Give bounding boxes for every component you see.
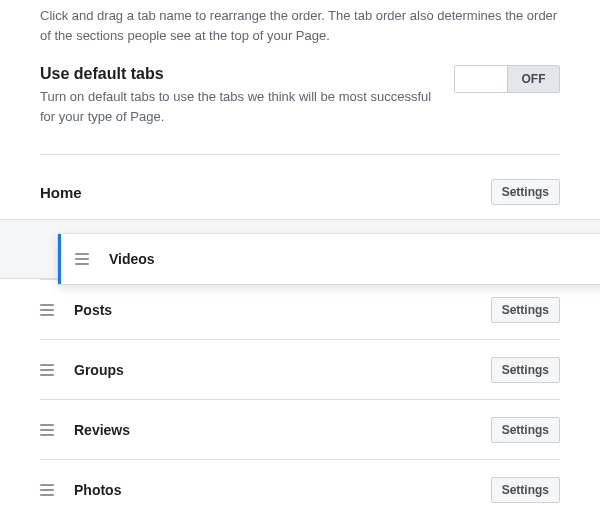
tab-list: Posts Settings Groups Settings Reviews S… bbox=[40, 279, 560, 505]
tab-row-posts[interactable]: Posts Settings bbox=[40, 280, 560, 340]
home-label: Home bbox=[40, 184, 82, 201]
intro-text: Click and drag a tab name to rearrange t… bbox=[40, 0, 560, 65]
toggle-off-side: OFF bbox=[507, 66, 559, 92]
tab-settings-button[interactable]: Settings bbox=[491, 477, 560, 503]
drag-handle-icon[interactable] bbox=[40, 364, 54, 376]
tab-settings-button[interactable]: Settings bbox=[491, 297, 560, 323]
tab-label: Photos bbox=[74, 482, 471, 498]
tab-row-reviews[interactable]: Reviews Settings bbox=[40, 400, 560, 460]
home-settings-button[interactable]: Settings bbox=[491, 179, 560, 205]
drag-handle-icon[interactable] bbox=[40, 304, 54, 316]
tab-label: Groups bbox=[74, 362, 471, 378]
tab-row-groups[interactable]: Groups Settings bbox=[40, 340, 560, 400]
toggle-on-side bbox=[455, 66, 507, 92]
drag-handle-icon[interactable] bbox=[40, 484, 54, 496]
tab-row-photos[interactable]: Photos Settings bbox=[40, 460, 560, 505]
drag-handle-icon[interactable] bbox=[40, 424, 54, 436]
tab-settings-button[interactable]: Settings bbox=[491, 417, 560, 443]
drag-handle-icon[interactable] bbox=[75, 253, 89, 265]
dragged-tab-label: Videos bbox=[109, 251, 155, 267]
default-tabs-toggle[interactable]: OFF bbox=[454, 65, 560, 93]
tab-label: Posts bbox=[74, 302, 471, 318]
tab-label: Reviews bbox=[74, 422, 471, 438]
default-tabs-description: Turn on default tabs to use the tabs we … bbox=[40, 87, 442, 126]
default-tabs-title: Use default tabs bbox=[40, 65, 442, 83]
tab-settings-button[interactable]: Settings bbox=[491, 357, 560, 383]
home-row: Home Settings bbox=[40, 155, 560, 219]
default-tabs-section: Use default tabs Turn on default tabs to… bbox=[40, 65, 560, 155]
dragged-tab-card[interactable]: Videos bbox=[58, 234, 600, 284]
drag-drop-slot: Videos bbox=[0, 219, 600, 279]
